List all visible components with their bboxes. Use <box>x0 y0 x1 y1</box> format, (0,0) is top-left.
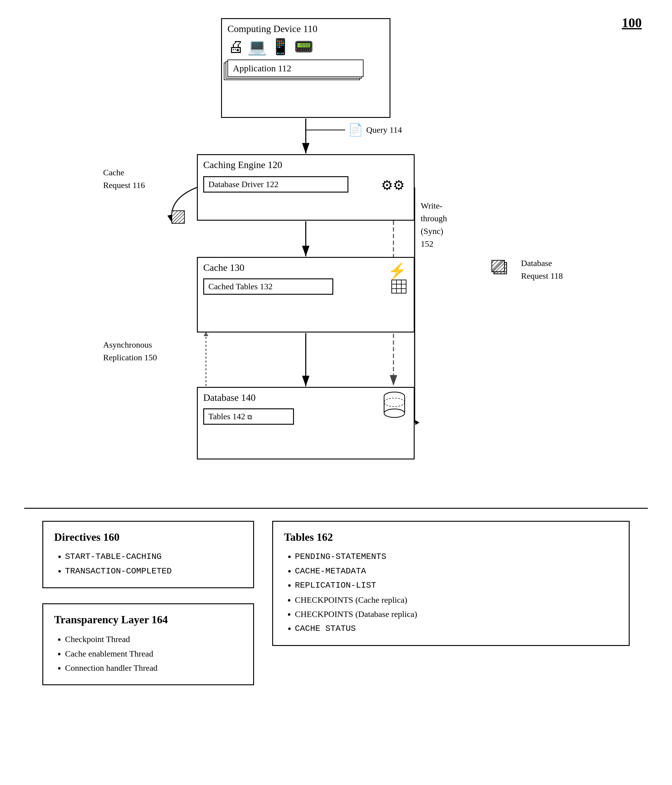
list-item: CACHE STATUS <box>295 621 618 636</box>
list-item: PENDING-STATEMENTS <box>295 549 618 564</box>
tables-info-title: Tables 162 <box>284 531 618 544</box>
tablet-icon: 📱 <box>271 38 290 56</box>
cached-tables-box: Cached Tables 132 <box>203 278 333 295</box>
printer-icon: 🖨 <box>228 38 244 56</box>
computing-device-box: Computing Device 110 🖨 💻 📱 📟 Application… <box>221 18 390 118</box>
writethrough-label: Write-through(Sync)152 <box>421 200 447 250</box>
diagram-area: Computing Device 110 🖨 💻 📱 📟 Application… <box>94 18 578 496</box>
tables-info-list: PENDING-STATEMENTS CACHE-METADATA REPLIC… <box>284 549 618 636</box>
application-stack-wrap: Application 112 <box>227 59 384 84</box>
async-replication-label: AsynchronousReplication 150 <box>103 339 157 364</box>
db-driver-box: Database Driver 122 <box>203 176 348 192</box>
svg-marker-12 <box>415 420 420 425</box>
svg-point-49 <box>384 409 405 418</box>
db-request-hatched-icon <box>492 260 508 276</box>
computing-device-label: Computing Device 110 <box>227 23 390 34</box>
device-icons: 🖨 💻 📱 📟 <box>228 38 390 56</box>
copy-icon: ⧉ <box>247 413 252 421</box>
lightning-icon: ⚡ <box>388 262 406 280</box>
gear-icon: ⚙⚙ <box>381 178 405 193</box>
list-item: Connection handler Thread <box>65 661 242 675</box>
list-item: Cache enablement Thread <box>65 647 242 661</box>
svg-rect-40 <box>392 280 406 293</box>
caching-engine-box: Caching Engine 120 Database Driver 122 ⚙… <box>197 154 415 220</box>
tables-box: Tables 142 ⧉ <box>203 408 294 425</box>
bottom-section: Directives 160 START-TABLE-CACHING TRANS… <box>24 521 648 685</box>
separator <box>24 508 648 509</box>
list-item: CHECKPOINTS (Cache replica) <box>295 593 618 607</box>
list-item: Checkpoint Thread <box>65 632 242 647</box>
directives-title: Directives 160 <box>54 531 242 544</box>
tables-info-box: Tables 162 PENDING-STATEMENTS CACHE-META… <box>272 521 630 646</box>
transparency-layer-title: Transparency Layer 164 <box>54 613 242 626</box>
cache-label: Cache 130 <box>203 262 414 273</box>
svg-marker-9 <box>204 332 208 336</box>
list-item: REPLICATION-LIST <box>295 578 618 593</box>
transparency-layer-box: Transparency Layer 164 Checkpoint Thread… <box>42 603 254 685</box>
cache-request-label: CacheRequest 116 <box>103 166 145 192</box>
page: 100 <box>0 0 672 785</box>
bottom-left: Directives 160 START-TABLE-CACHING TRANS… <box>42 521 254 685</box>
list-item: TRANSACTION-COMPLETED <box>65 564 242 579</box>
cache-req-hatched-icon <box>171 210 185 225</box>
application-label: Application 112 <box>233 63 291 73</box>
figure-number: 100 <box>622 15 642 31</box>
db-driver-icons: ⚙⚙ <box>381 177 405 193</box>
directives-box: Directives 160 START-TABLE-CACHING TRANS… <box>42 521 254 588</box>
list-item: START-TABLE-CACHING <box>65 549 242 564</box>
query-label: Query 114 <box>366 125 402 135</box>
cache-box: Cache 130 Cached Tables 132 ⚡ <box>197 257 415 333</box>
db-request-label: DatabaseRequest 118 <box>521 257 563 282</box>
directives-list: START-TABLE-CACHING TRANSACTION-COMPLETE… <box>54 549 242 578</box>
list-item: CHECKPOINTS (Database replica) <box>295 607 618 621</box>
query-document-icon: 📄 <box>348 123 363 137</box>
table-grid-icon <box>392 280 406 297</box>
application-box: Application 112 <box>227 59 363 77</box>
laptop-icon: 💻 <box>247 38 267 56</box>
bottom-right: Tables 162 PENDING-STATEMENTS CACHE-META… <box>272 521 630 685</box>
caching-engine-label: Caching Engine 120 <box>203 159 414 170</box>
database-box: Database 140 Tables 142 ⧉ <box>197 387 415 460</box>
phone-icon: 📟 <box>294 38 313 56</box>
cylinder-icon <box>382 391 406 422</box>
cached-tables-label: Cached Tables 132 <box>208 282 273 291</box>
db-driver-label: Database Driver 122 <box>208 180 279 189</box>
query-label-group: 📄 Query 114 <box>348 123 402 137</box>
list-item: CACHE-METADATA <box>295 564 618 579</box>
tables-label: Tables 142 <box>208 412 247 421</box>
transparency-layer-list: Checkpoint Thread Cache enablement Threa… <box>54 632 242 675</box>
